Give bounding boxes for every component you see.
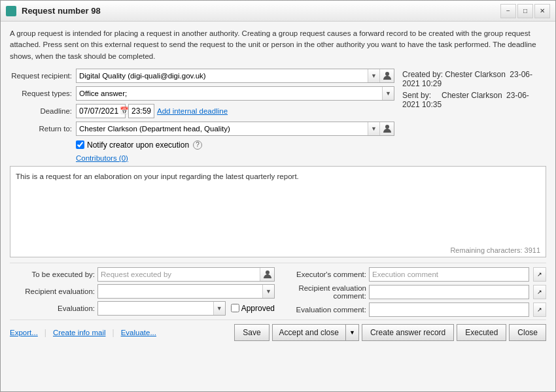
return-to-label: Return to: bbox=[10, 125, 72, 133]
info-text: A group request is intended for placing … bbox=[10, 28, 546, 62]
deadline-date-input[interactable]: 07/07/2021 📅 bbox=[76, 104, 126, 118]
svg-point-0 bbox=[385, 72, 389, 76]
accept-close-dropdown[interactable]: ▼ bbox=[345, 324, 359, 341]
notify-checkbox[interactable] bbox=[76, 140, 84, 149]
to-be-executed-field[interactable]: Request executed by bbox=[97, 267, 275, 282]
executors-comment-field[interactable]: Execution comment bbox=[369, 267, 529, 282]
request-recipient-dropdown[interactable]: ▼ bbox=[368, 69, 379, 82]
add-internal-deadline-link[interactable]: Add internal deadline bbox=[157, 107, 228, 115]
request-types-label: Request types: bbox=[10, 90, 72, 97]
to-be-executed-person-btn[interactable] bbox=[260, 268, 274, 281]
minimize-button[interactable]: − bbox=[500, 4, 516, 18]
evaluation-comment-label: Evaluation comment: bbox=[281, 306, 366, 314]
evaluate-link[interactable]: Evaluate... bbox=[121, 329, 156, 336]
contributors-link[interactable]: Contributors (0) bbox=[76, 154, 394, 162]
executors-comment-placeholder: Execution comment bbox=[370, 270, 529, 279]
title-bar-controls: − □ ✕ bbox=[500, 4, 550, 18]
recipient-eval-comment-label: Recipient evaluation comment: bbox=[281, 284, 366, 300]
return-to-field[interactable]: Chester Clarkson (Department head, Quali… bbox=[76, 122, 394, 136]
created-by-label: Created by: bbox=[402, 70, 443, 79]
recipient-eval-comment-expand[interactable]: ↗ bbox=[533, 285, 546, 299]
message-box[interactable]: This is a request for an elaboration on … bbox=[10, 166, 546, 257]
message-text: This is a request for an elaboration on … bbox=[16, 172, 299, 180]
form-left: Request recipient: Digital Quality (digi… bbox=[10, 69, 394, 162]
request-types-dropdown[interactable]: ▼ bbox=[382, 87, 394, 100]
recipient-eval-field[interactable]: ▼ bbox=[97, 284, 275, 299]
create-answer-button[interactable]: Create answer record bbox=[362, 324, 454, 341]
person-icon bbox=[383, 71, 392, 80]
executors-comment-row: Executor's comment: Execution comment ↗ bbox=[281, 267, 546, 282]
evaluation-comment-value bbox=[370, 309, 529, 310]
recipient-eval-value bbox=[98, 291, 262, 292]
calendar-icon[interactable]: 📅 bbox=[120, 106, 129, 115]
approved-row: Approved bbox=[231, 304, 275, 313]
person-icon-2 bbox=[383, 124, 392, 133]
recipient-eval-dropdown[interactable]: ▼ bbox=[262, 285, 274, 298]
evaluation-comment-row: Evaluation comment: ↗ bbox=[281, 302, 546, 317]
evaluation-comment-expand[interactable]: ↗ bbox=[533, 302, 546, 317]
accept-close-button[interactable]: Accept and close bbox=[272, 324, 345, 341]
save-button[interactable]: Save bbox=[234, 324, 269, 341]
title-bar: Request number 98 − □ ✕ bbox=[1, 1, 555, 22]
approved-checkbox[interactable] bbox=[231, 304, 239, 312]
footer-buttons: Save Accept and close ▼ Create answer re… bbox=[234, 324, 546, 341]
recipient-eval-label: Recipient evaluation: bbox=[10, 287, 95, 295]
svg-point-2 bbox=[266, 270, 269, 274]
request-recipient-field[interactable]: Digital Quality (digi-quali@digi.gov.uk)… bbox=[76, 69, 394, 83]
deadline-label: Deadline: bbox=[10, 107, 72, 115]
sent-by-name: Chester Clarkson bbox=[442, 91, 502, 100]
request-types-row: Request types: Office answer; ▼ bbox=[10, 86, 394, 101]
created-by-name: Chester Clarkson bbox=[445, 70, 506, 79]
footer-links: Export... | Create info mail | Evaluate.… bbox=[10, 328, 234, 337]
return-to-dropdown[interactable]: ▼ bbox=[368, 122, 379, 135]
notify-label: Notify creator upon execution bbox=[87, 140, 189, 150]
evaluation-value bbox=[98, 308, 213, 309]
request-recipient-value: Digital Quality (digi-quali@digi.gov.uk) bbox=[77, 71, 368, 80]
maximize-button[interactable]: □ bbox=[517, 4, 533, 18]
recipient-eval-comment-field[interactable] bbox=[369, 285, 529, 299]
request-recipient-person-btn[interactable] bbox=[379, 69, 394, 82]
svg-point-1 bbox=[385, 125, 389, 129]
evaluation-label: Evaluation: bbox=[10, 304, 95, 312]
request-recipient-label: Request recipient: bbox=[10, 72, 72, 80]
help-icon[interactable]: ? bbox=[193, 140, 202, 150]
notify-row: Notify creator upon execution ? bbox=[76, 140, 394, 150]
deadline-time-input[interactable]: 23:59 bbox=[128, 104, 154, 118]
sent-by-row: Sent by: Chester Clarkson 23-06-2021 10:… bbox=[402, 91, 546, 109]
deadline-row: Deadline: 07/07/2021 📅 23:59 Add interna… bbox=[10, 104, 394, 118]
form-right: Created by: Chester Clarkson 23-06-2021 … bbox=[402, 69, 546, 162]
bottom-left: To be executed by: Request executed by bbox=[10, 267, 275, 317]
request-recipient-row: Request recipient: Digital Quality (digi… bbox=[10, 69, 394, 83]
evaluation-comment-field[interactable] bbox=[369, 302, 529, 317]
bottom-fields: To be executed by: Request executed by bbox=[10, 263, 546, 317]
to-be-executed-row: To be executed by: Request executed by bbox=[10, 267, 275, 282]
return-to-value: Chester Clarkson (Department head, Quali… bbox=[77, 124, 368, 133]
bottom-right: Executor's comment: Execution comment ↗ … bbox=[281, 267, 546, 317]
recipient-eval-comment-row: Recipient evaluation comment: ↗ bbox=[281, 284, 546, 300]
deadline-controls: 07/07/2021 📅 23:59 Add internal deadline bbox=[76, 104, 228, 118]
return-to-person-btn[interactable] bbox=[379, 122, 394, 135]
executed-button[interactable]: Executed bbox=[457, 324, 506, 341]
window-icon bbox=[6, 6, 16, 16]
content-area: A group request is intended for placing … bbox=[1, 22, 555, 391]
export-link[interactable]: Export... bbox=[10, 329, 38, 336]
person-icon-3 bbox=[263, 270, 272, 279]
recipient-eval-row: Recipient evaluation: ▼ bbox=[10, 284, 275, 299]
close-button[interactable]: Close bbox=[509, 324, 546, 341]
evaluation-field[interactable]: ▼ bbox=[97, 301, 226, 316]
form-area: Request recipient: Digital Quality (digi… bbox=[10, 69, 546, 162]
created-by-row: Created by: Chester Clarkson 23-06-2021 … bbox=[402, 70, 546, 88]
deadline-date-value: 07/07/2021 bbox=[79, 106, 118, 116]
approved-label: Approved bbox=[241, 304, 275, 313]
create-info-mail-link[interactable]: Create info mail bbox=[53, 329, 106, 336]
to-be-executed-placeholder: Request executed by bbox=[98, 270, 260, 279]
deadline-time-value: 23:59 bbox=[131, 106, 151, 116]
accept-close-split-button: Accept and close ▼ bbox=[272, 324, 359, 341]
sent-by-label: Sent by: bbox=[402, 91, 431, 100]
close-button[interactable]: ✕ bbox=[534, 4, 550, 18]
request-types-value: Office answer; bbox=[77, 89, 382, 98]
executors-comment-expand[interactable]: ↗ bbox=[533, 267, 546, 282]
evaluation-dropdown[interactable]: ▼ bbox=[213, 302, 225, 315]
request-types-field[interactable]: Office answer; ▼ bbox=[76, 86, 394, 101]
executors-comment-label: Executor's comment: bbox=[281, 270, 366, 278]
